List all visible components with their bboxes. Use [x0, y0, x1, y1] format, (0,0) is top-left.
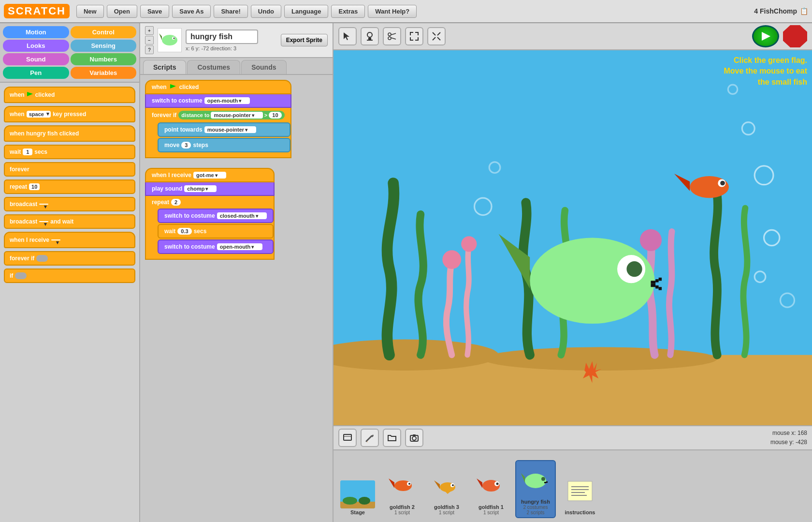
svg-marker-74	[521, 473, 525, 483]
ws-repeat-header[interactable]: repeat 2	[146, 196, 274, 209]
block-when-clicked[interactable]: when clicked	[4, 87, 135, 103]
block-label: if	[10, 272, 13, 279]
block-repeat[interactable]: repeat 10	[4, 179, 135, 194]
svg-marker-65	[434, 480, 440, 489]
block-when-sprite-clicked[interactable]: when hungry fish clicked	[4, 125, 135, 142]
ws-wait-03[interactable]: wait 0.3 secs	[158, 224, 274, 239]
if-input[interactable]	[15, 272, 27, 279]
svg-rect-43	[655, 285, 658, 288]
ws-sound-dropdown[interactable]: chomp	[184, 185, 217, 192]
cursor-tool-btn[interactable]	[338, 27, 357, 45]
category-numbers[interactable]: Numbers	[71, 53, 137, 65]
ws-closed-dropdown[interactable]: closed-mouth	[217, 212, 267, 219]
ws-label: move	[164, 142, 179, 149]
category-variables[interactable]: Variables	[71, 67, 137, 79]
ws-distance-val[interactable]: 10	[269, 112, 281, 119]
ws-move-steps[interactable]: move 3 steps	[158, 138, 290, 152]
ws-receive-dropdown[interactable]: got-me	[193, 172, 226, 179]
user-name: 4 FishChomp	[754, 7, 797, 15]
broadcast-dropdown[interactable]	[39, 204, 48, 205]
new-button[interactable]: New	[76, 5, 104, 18]
category-looks[interactable]: Looks	[3, 40, 69, 52]
save-as-button[interactable]: Save As	[172, 5, 211, 18]
svg-marker-61	[389, 478, 394, 488]
open-button[interactable]: Open	[107, 5, 137, 18]
ws-switch-costume-1[interactable]: switch to costume open-mouth	[145, 94, 291, 108]
mouse-x-value: 168	[798, 430, 807, 436]
sprite-thumb-goldfish2[interactable]: goldfish 2 1 script	[382, 465, 422, 518]
ws-forever-if-block[interactable]: forever if distance to mouse-pointer > 1…	[145, 108, 291, 158]
svg-point-63	[408, 483, 410, 485]
stage-view-btn[interactable]	[338, 429, 357, 447]
stop-button[interactable]	[783, 25, 807, 47]
sprite-name-input[interactable]	[186, 30, 258, 44]
sprite-thumbnail	[158, 28, 182, 52]
export-sprite-button[interactable]: Export Sprite	[281, 34, 328, 46]
broadcast-wait-dropdown[interactable]	[39, 221, 48, 222]
scissors-tool-btn[interactable]	[383, 27, 401, 45]
camera-tool-btn[interactable]	[405, 429, 423, 447]
sprite-thumb-goldfish3[interactable]: goldfish 3 1 script	[426, 465, 467, 518]
block-wait[interactable]: wait 1 secs	[4, 145, 135, 159]
shrink-tool-btn[interactable]	[427, 27, 446, 45]
green-flag-button[interactable]	[752, 25, 779, 47]
category-pen[interactable]: Pen	[3, 67, 69, 79]
sprite-info-btn[interactable]: ?	[145, 45, 154, 54]
block-when-receive[interactable]: when I receive	[4, 232, 135, 248]
key-dropdown[interactable]: space	[27, 111, 51, 118]
repeat-input[interactable]: 10	[29, 183, 40, 190]
ws-repeat-val[interactable]: 2	[171, 199, 181, 206]
tab-sounds[interactable]: Sounds	[241, 60, 286, 74]
extras-button[interactable]: Extras	[331, 5, 365, 18]
wait-input[interactable]: 1	[23, 149, 32, 155]
block-forever-if[interactable]: forever if	[4, 251, 135, 266]
block-if[interactable]: if	[4, 268, 135, 283]
folder-tool-btn[interactable]	[383, 429, 401, 447]
ws-when-clicked[interactable]: when clicked	[145, 80, 291, 94]
paint-tool-btn[interactable]	[361, 429, 379, 447]
ws-repeat-block[interactable]: repeat 2 switch to costume closed-mouth …	[145, 196, 275, 260]
ws-move-val[interactable]: 3	[181, 142, 191, 149]
ws-costume-dropdown-1[interactable]: open-mouth	[204, 97, 250, 104]
cursor-icon	[343, 31, 352, 41]
ws-play-sound[interactable]: play sound chomp	[145, 182, 275, 196]
share-button[interactable]: Share!	[214, 5, 247, 18]
app-logo: SCRATCH	[4, 4, 70, 18]
block-forever[interactable]: forever	[4, 162, 135, 177]
category-sensing[interactable]: Sensing	[71, 40, 137, 52]
sprite-shrink-btn[interactable]: −	[145, 36, 154, 45]
ws-open-dropdown[interactable]: open-mouth	[217, 243, 263, 250]
ws-point-dropdown[interactable]: mouse-pointer	[204, 126, 256, 133]
block-broadcast-wait[interactable]: broadcast and wait	[4, 214, 135, 229]
ws-switch-open[interactable]: switch to costume open-mouth	[158, 239, 274, 254]
tab-costumes[interactable]: Costumes	[187, 60, 240, 74]
category-motion[interactable]: Motion	[3, 26, 69, 38]
sprite-thumb-instructions[interactable]: instructions	[560, 471, 600, 518]
sprite-grow-btn[interactable]: +	[145, 26, 154, 35]
ws-point-towards[interactable]: point towards mouse-pointer	[158, 122, 290, 137]
receive-dropdown[interactable]	[51, 239, 60, 240]
category-sound[interactable]: Sound	[3, 53, 69, 65]
category-control[interactable]: Control	[71, 26, 137, 38]
language-button[interactable]: Language	[284, 5, 328, 18]
stamp-tool-btn[interactable]	[361, 27, 379, 45]
forever-if-input[interactable]	[36, 255, 48, 262]
svg-point-54	[412, 436, 416, 440]
tab-scripts[interactable]: Scripts	[143, 60, 186, 74]
block-when-key[interactable]: when space key pressed	[4, 106, 135, 122]
sprite-thumbnail-svg	[159, 30, 180, 51]
sprite-thumb-stage[interactable]: Stage	[337, 477, 378, 518]
ws-wait-val[interactable]: 0.3	[177, 228, 191, 235]
save-button[interactable]: Save	[140, 5, 169, 18]
svg-point-32	[461, 236, 477, 252]
sprite-thumb-goldfish1[interactable]: goldfish 1 1 script	[471, 465, 511, 518]
help-button[interactable]: Want Help?	[368, 5, 417, 18]
ws-switch-closed[interactable]: switch to costume closed-mouth	[158, 209, 274, 223]
undo-button[interactable]: Undo	[251, 5, 281, 18]
ws-when-receive[interactable]: when I receive got-me	[145, 168, 275, 182]
ws-distance-dropdown[interactable]: mouse-pointer	[211, 112, 262, 119]
ws-forever-if-header[interactable]: forever if distance to mouse-pointer > 1…	[146, 108, 290, 122]
expand-tool-btn[interactable]	[405, 27, 423, 45]
sprite-thumb-hungryfish[interactable]: hungry fish 2 costumes 2 scripts	[515, 460, 556, 518]
block-broadcast[interactable]: broadcast	[4, 197, 135, 211]
